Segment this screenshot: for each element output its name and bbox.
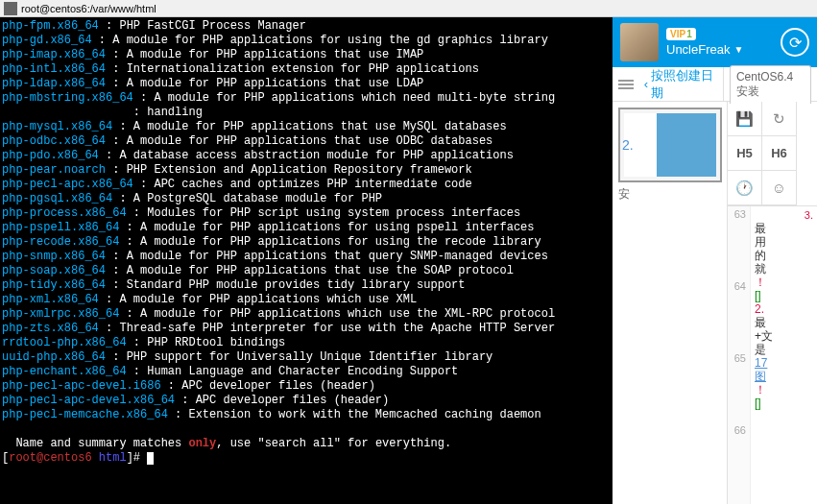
terminal-output[interactable]: php-fpm.x86_64 : PHP FastCGI Process Man… [0,17,613,504]
redo-button[interactable]: ↻ [762,102,797,136]
clock-button[interactable]: 🕐 [728,171,762,205]
user-header: VIP1 UncleFreak ▼ ⟳ [613,17,817,67]
chevron-down-icon: ▼ [733,44,743,55]
window-title: root@centos6:/var/www/html [21,3,156,14]
tab-centos[interactable]: CentOS6.4安装 [730,65,811,104]
editor-toolbar: 💾 ↻ H5 H6 🕐 ☺ [728,102,817,206]
code-area[interactable]: 3.最用的就！[]2.最+文是17图！[] [751,206,817,504]
refresh-icon: ⟳ [789,34,802,52]
avatar[interactable] [620,23,659,61]
toolbar: ‹ 按照创建日期 CentOS6.4安装 [613,67,817,102]
emoji-button[interactable]: ☺ [762,171,797,205]
window-icon [4,2,17,15]
right-panel: VIP1 UncleFreak ▼ ⟳ ‹ 按照创建日期 CentOS6.4安装 [613,17,817,504]
list-icon[interactable] [618,80,634,89]
username-dropdown[interactable]: UncleFreak ▼ [666,42,743,57]
breadcrumb[interactable]: ‹ 按照创建日期 [641,67,715,102]
preview-thumbnail[interactable]: 2. [618,108,722,182]
refresh-button[interactable]: ⟳ [781,28,809,57]
window-title-bar: root@centos6:/var/www/html [0,0,817,17]
chevron-left-icon: ‹ [644,77,648,91]
h5-button[interactable]: H5 [728,136,762,171]
h6-button[interactable]: H6 [762,136,797,171]
editor-column: 💾 ↻ H5 H6 🕐 ☺ 63646566 3.最用的就！[]2.最+文是17… [728,102,817,504]
vip-badge: VIP1 [666,28,696,40]
preview-label: 安 [618,186,721,203]
line-gutter: 63646566 [728,206,751,504]
save-button[interactable]: 💾 [728,102,762,136]
preview-column: 2. 安 [613,102,728,504]
